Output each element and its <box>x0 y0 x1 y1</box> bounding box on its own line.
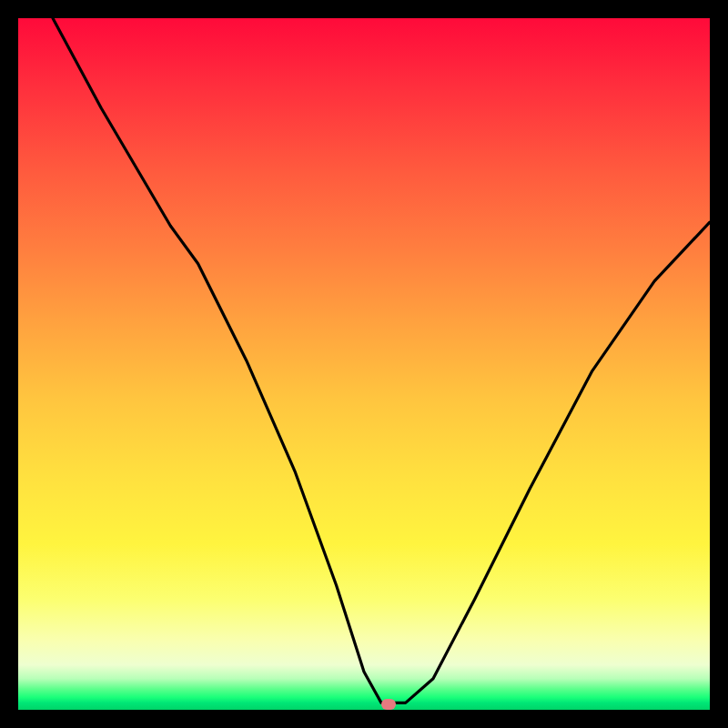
chart-frame: TheBottleneck.com <box>18 18 710 710</box>
min-point-marker <box>381 699 396 710</box>
bottleneck-curve <box>18 18 710 710</box>
